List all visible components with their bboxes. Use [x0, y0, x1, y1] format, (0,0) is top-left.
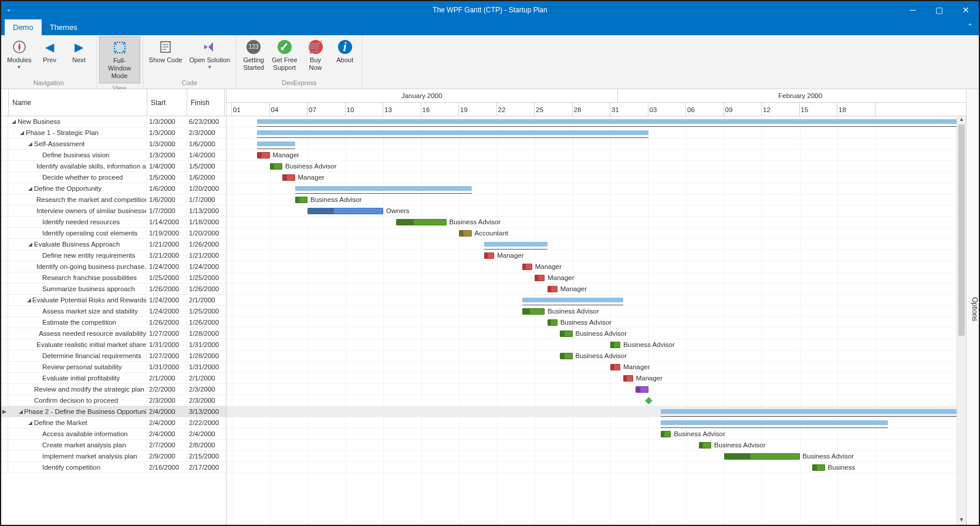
gantt-row[interactable]: Business Advisor [227, 194, 966, 205]
gantt-row[interactable] [227, 239, 966, 250]
gantt-bar[interactable]: Business Advisor [396, 219, 447, 225]
gantt-bar[interactable]: Manager [257, 152, 270, 159]
fullwindow-button[interactable]: Full-Window Mode [99, 36, 140, 83]
gantt-bar[interactable] [522, 298, 623, 302]
expander-icon[interactable]: ◢ [27, 186, 33, 191]
task-row[interactable]: Define new entity requirements1/21/20001… [1, 250, 226, 261]
gantt-chart[interactable]: January 2000February 2000 01040710131619… [227, 89, 966, 525]
task-row[interactable]: Summarize business approach1/26/20001/26… [1, 284, 226, 295]
task-row[interactable]: Create market analysis plan2/7/20002/8/2… [1, 440, 226, 451]
gantt-row[interactable] [227, 395, 966, 406]
gantt-row[interactable]: Business Advisor [227, 317, 966, 328]
col-start[interactable]: Start [147, 89, 187, 116]
expander-icon[interactable]: ◢ [27, 141, 33, 147]
gantt-bar[interactable]: Manager [623, 375, 633, 382]
gantt-bar[interactable] [295, 186, 472, 191]
task-row[interactable]: Identify operating cost elements1/19/200… [1, 228, 226, 239]
task-row[interactable]: Review personal suitability1/31/20001/31… [1, 362, 226, 373]
task-row[interactable]: ◢Evaluate Potential Risks and Rewards1/2… [1, 295, 226, 306]
gantt-row[interactable]: Business Advisor [227, 306, 966, 317]
showcode-button[interactable]: Show Code [146, 36, 186, 66]
modules-button[interactable]: Modules ▾ [4, 36, 35, 73]
expander-icon[interactable]: ◢ [27, 420, 33, 426]
options-panel[interactable]: Options [966, 89, 979, 525]
gantt-bar[interactable] [484, 242, 548, 247]
gantt-row[interactable] [227, 417, 966, 429]
minimize-button[interactable]: ─ [900, 1, 926, 19]
gantt-row[interactable]: Owners [227, 205, 966, 217]
gantt-bar[interactable]: Business Advisor [610, 342, 620, 348]
gantt-row[interactable]: Business Advisor [227, 350, 966, 362]
task-tree-grid[interactable]: Name Start Finish ◢New Business1/3/20006… [1, 89, 227, 525]
collapse-ribbon-icon[interactable]: ⌃ [967, 22, 973, 31]
gantt-row[interactable]: Business Advisor [227, 161, 966, 172]
task-row[interactable]: ▶◢Phase 2 - Define the Business Opportun… [1, 406, 226, 417]
gantt-row[interactable] [227, 127, 966, 139]
expander-icon[interactable]: ◢ [19, 409, 23, 414]
gantt-bar[interactable] [661, 420, 888, 425]
scroll-down-icon[interactable]: ▼ [957, 517, 966, 525]
task-row[interactable]: Estimate the competition1/26/20001/26/20… [1, 317, 226, 328]
tab-themes[interactable]: Themes [42, 19, 86, 35]
gantt-row[interactable]: Manager [227, 172, 966, 183]
gantt-row[interactable]: Business Advisor [227, 451, 966, 462]
gantt-bar[interactable]: Manager [484, 252, 494, 259]
app-menu-icon[interactable]: ⌄ [6, 5, 12, 13]
expander-icon[interactable]: ◢ [11, 119, 16, 124]
gantt-bar[interactable]: Business Advisor [661, 431, 671, 437]
expander-icon[interactable]: ◢ [19, 130, 25, 136]
maximize-button[interactable]: ▢ [926, 1, 952, 19]
gantt-bar[interactable]: Manager [548, 286, 557, 292]
milestone-marker[interactable] [645, 397, 653, 404]
gantt-row[interactable] [227, 116, 966, 127]
task-row[interactable]: ◢Phase 1 - Strategic Plan1/3/20002/3/200… [1, 127, 226, 139]
gantt-row[interactable]: Business Advisor [227, 339, 966, 350]
task-row[interactable]: Identify on-going business purchase...1/… [1, 261, 226, 272]
gantt-row[interactable]: Manager [227, 272, 966, 284]
col-finish[interactable]: Finish [187, 89, 225, 116]
task-row[interactable]: Identify competition2/16/20002/17/2000 [1, 462, 226, 473]
gantt-bar[interactable] [257, 141, 295, 146]
gantt-bar[interactable] [257, 130, 648, 135]
vscroll-thumb[interactable] [958, 124, 965, 336]
gantt-bar[interactable]: Business Advisor [295, 197, 308, 203]
task-row[interactable]: ◢Evaluate Business Approach1/21/20001/26… [1, 239, 226, 250]
task-row[interactable]: ◢Define the Market2/4/20002/22/2000 [1, 417, 226, 429]
task-row[interactable]: Determine financial requirements1/27/200… [1, 350, 226, 362]
gantt-bar[interactable]: Accountant [459, 230, 472, 237]
gantt-bar[interactable]: Manager [535, 275, 545, 281]
gantt-row[interactable]: Manager [227, 373, 966, 384]
task-row[interactable]: Assess market size and stability1/24/200… [1, 306, 226, 317]
task-row[interactable]: ◢Define the Opportunity1/6/20001/20/2000 [1, 183, 226, 194]
task-row[interactable]: Assess needed resource availability1/27/… [1, 328, 226, 339]
gantt-row[interactable]: Business Advisor [227, 440, 966, 451]
task-row[interactable]: Decide whether to proceed1/5/20001/6/200… [1, 172, 226, 183]
task-row[interactable]: Implement market analysis plan2/9/20002/… [1, 451, 226, 462]
gantt-row[interactable]: Business Advisor [227, 328, 966, 339]
gantt-row[interactable] [227, 183, 966, 194]
gantt-bar[interactable] [661, 409, 966, 414]
gantt-row[interactable] [227, 384, 966, 395]
gantt-bar[interactable]: Owners [307, 208, 383, 214]
gantt-row[interactable] [227, 139, 966, 150]
task-row[interactable]: Review and modify the strategic plan2/2/… [1, 384, 226, 395]
task-row[interactable]: Access available information2/4/20002/4/… [1, 429, 226, 440]
col-name[interactable]: Name [9, 89, 147, 116]
gantt-bar[interactable]: Manager [522, 264, 532, 270]
task-row[interactable]: ◢Self-Assessment1/3/20001/6/2000 [1, 139, 226, 150]
gantt-row[interactable]: Accountant [227, 228, 966, 239]
about-button[interactable]: i About [330, 36, 360, 66]
gantt-bar[interactable] [257, 119, 966, 124]
task-row[interactable]: Evaluate realistic initial market share1… [1, 339, 226, 350]
gantt-row[interactable]: Manager [227, 362, 966, 373]
gantt-row[interactable]: Manager [227, 250, 966, 261]
task-row[interactable]: Evaluate initial profitability2/1/20002/… [1, 373, 226, 384]
gantt-row[interactable]: Business Advisor [227, 429, 966, 440]
prev-button[interactable]: ◀ Prev [35, 36, 65, 66]
task-row[interactable]: Interview owners of similar businesses1/… [1, 205, 226, 217]
task-row[interactable]: Identify needed resources1/14/20001/18/2… [1, 217, 226, 228]
task-row[interactable]: Define business vision1/3/20001/4/2000 [1, 150, 226, 161]
gantt-row[interactable]: Business Advisor [227, 217, 966, 228]
gantt-bar[interactable]: Business Advisor [560, 331, 573, 337]
expander-icon[interactable]: ◢ [27, 297, 31, 303]
